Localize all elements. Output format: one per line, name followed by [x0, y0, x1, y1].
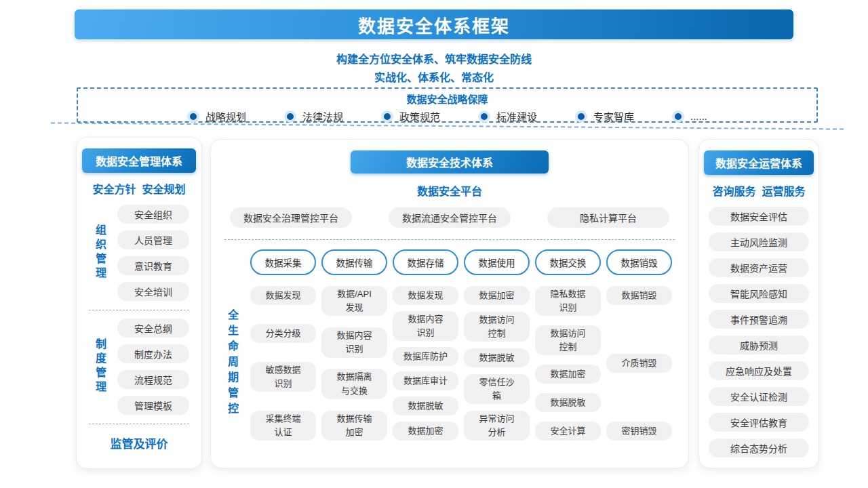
tool-pill: 数据库防护 — [393, 347, 458, 366]
tool-pill: 数据加密 — [464, 286, 530, 305]
strategy-item: 专家智库 — [575, 109, 634, 123]
operations-item: 智能风险感知 — [709, 284, 809, 303]
platform-pill: 隐私计算平台 — [547, 207, 669, 228]
tool-pill: 敏感数据 识别 — [250, 362, 316, 392]
platform-title: 数据安全平台 — [211, 182, 688, 199]
management-item: 制度办法 — [117, 344, 189, 363]
group-vertical-label: 组织管理 — [92, 224, 108, 281]
strategy-item: 战略规划 — [187, 109, 246, 123]
tool-pill: 数据/API 发现 — [321, 286, 387, 316]
strategy-item-label: ...... — [690, 110, 707, 122]
stage-tools-collection: 数据发现 分类分级 敏感数据 识别 采集终端 认证 — [250, 286, 316, 441]
strategy-item: ...... — [672, 110, 707, 123]
tool-pill: 数据脱敏 — [393, 396, 458, 415]
management-item: 安全总纲 — [117, 319, 189, 338]
strategy-item: 政策规范 — [381, 109, 440, 123]
management-panel: 数据安全管理体系 安全方针 安全规划 组织管理 安全组织 人员管理 意识教育 安… — [76, 137, 202, 469]
tool-pill: 介质销毁 — [606, 354, 672, 373]
strategy-item-label: 专家智库 — [593, 109, 634, 123]
stage-pill-exchange: 数据交换 — [535, 249, 601, 275]
subtitle-line-1: 构建全方位安全体系、筑牢数据安全防线 — [0, 50, 868, 66]
dashed-divider — [224, 239, 675, 240]
tool-pill: 隐私数据 识别 — [535, 286, 601, 316]
tool-pill: 安全计算 — [535, 422, 601, 441]
platform-pill: 数据流通安全管控平台 — [389, 207, 511, 228]
technology-panel: 数据安全技术体系 数据安全平台 数据安全治理管控平台 数据流通安全管控平台 隐私… — [210, 139, 689, 468]
operations-pill-list: 数据安全评估 主动风险监测 数据资产运营 智能风险感知 事件预警追溯 威胁预测 … — [699, 199, 818, 458]
tool-pill: 数据加密 — [393, 422, 458, 441]
management-item: 流程规范 — [117, 370, 189, 389]
tool-pill: 数据发现 — [393, 286, 458, 305]
bullet-icon — [381, 110, 393, 123]
management-item: 意识教育 — [117, 256, 189, 275]
group-pill-list: 安全总纲 制度办法 流程规范 管理模板 — [108, 319, 201, 415]
tool-pill: 数据销毁 — [606, 286, 672, 305]
strategy-item-label: 战略规划 — [205, 109, 246, 123]
operations-item: 综合态势分析 — [709, 439, 809, 458]
management-group-policy: 制度管理 安全总纲 制度办法 流程规范 管理模板 — [77, 319, 201, 415]
management-item: 安全培训 — [117, 282, 189, 301]
strategy-items: 战略规划 法律法规 政策规范 标准建设 专家智库 ...... — [78, 109, 816, 123]
dashed-divider — [89, 310, 189, 310]
platform-pill: 数据安全治理管控平台 — [230, 207, 352, 228]
management-group-organization: 组织管理 安全组织 人员管理 意识教育 安全培训 — [77, 205, 201, 301]
tool-pill: 数据隔离 与交换 — [321, 369, 387, 399]
strategy-item: 法律法规 — [284, 109, 343, 123]
operations-item: 数据安全评估 — [709, 207, 809, 226]
group-vertical-label: 制度管理 — [92, 338, 108, 395]
tool-pill: 数据库审计 — [393, 371, 458, 390]
stage-row-spacer — [219, 249, 245, 275]
tool-pill: 密钥销毁 — [606, 422, 672, 441]
bullet-icon — [672, 110, 684, 123]
tool-pill: 采集终端 认证 — [250, 411, 316, 441]
lifecycle-tools-row: 全生命周期管控 数据发现 分类分级 敏感数据 识别 采集终端 认证 数据/API… — [211, 286, 688, 441]
subtitle-line-2: 实战化、体系化、常态化 — [0, 68, 868, 85]
stage-pill-collection: 数据采集 — [250, 249, 316, 275]
operations-item: 应急响应及处置 — [709, 361, 809, 380]
operations-item: 事件预警追溯 — [709, 310, 809, 329]
operations-item: 威胁预测 — [709, 336, 809, 354]
stage-pill-storage: 数据存储 — [393, 249, 458, 275]
stage-tools-storage: 数据发现 数据内容 识别 数据库防护 数据库审计 数据脱敏 数据加密 — [393, 286, 458, 441]
management-item: 安全组织 — [117, 205, 189, 224]
tool-pill: 分类分级 — [250, 324, 316, 343]
group-pill-list: 安全组织 人员管理 意识教育 安全培训 — [108, 205, 201, 301]
lifecycle-vertical-label: 全生命周期管控 — [224, 309, 240, 418]
strategy-item-label: 政策规范 — [399, 109, 440, 123]
lifecycle-stage-row: 数据采集 数据传输 数据存储 数据使用 数据交换 数据销毁 — [211, 249, 688, 275]
stage-pill-usage: 数据使用 — [464, 249, 530, 275]
tool-pill: 数据加密 — [535, 365, 601, 384]
platform-list: 数据安全治理管控平台 数据流通安全管控平台 隐私计算平台 — [230, 207, 669, 228]
stage-tools-usage: 数据加密 数据访问 控制 数据脱敏 零信任沙 箱 异常访问 分析 — [464, 286, 530, 441]
operations-panel-header: 数据安全运营体系 — [704, 150, 814, 175]
page-title-banner: 数据安全体系框架 — [75, 9, 793, 39]
strategy-title: 数据安全战略保障 — [78, 92, 816, 106]
operations-item: 安全认证检测 — [709, 387, 809, 406]
slide-canvas: 数据安全体系框架 构建全方位安全体系、筑牢数据安全防线 实战化、体系化、常态化 … — [0, 0, 868, 488]
tool-pill: 数据脱敏 — [535, 393, 601, 412]
tool-pill: 数据内容 识别 — [393, 311, 458, 341]
bullet-icon — [478, 110, 490, 123]
stage-pill-transfer: 数据传输 — [321, 249, 387, 275]
strategy-box: 数据安全战略保障 战略规划 法律法规 政策规范 标准建设 专家智库 — [77, 87, 818, 123]
operations-item: 主动风险监测 — [709, 232, 809, 251]
stage-tools-destruction: 数据销毁 介质销毁 密钥销毁 — [606, 286, 672, 441]
strategy-item-label: 法律法规 — [302, 109, 343, 123]
strategy-item: 标准建设 — [478, 109, 537, 123]
page-title: 数据安全体系框架 — [358, 12, 510, 37]
tool-pill: 异常访问 分析 — [464, 411, 530, 441]
operations-item: 安全评估教育 — [709, 413, 809, 432]
tool-pill: 数据脱敏 — [464, 348, 530, 367]
stage-tools-exchange: 隐私数据 识别 数据访问 控制 数据加密 数据脱敏 安全计算 — [535, 286, 601, 441]
management-item: 人员管理 — [117, 230, 189, 249]
technology-panel-header: 数据安全技术体系 — [351, 150, 549, 174]
management-footer-label: 监管及评价 — [77, 434, 201, 451]
stage-tools-transfer: 数据/API 发现 数据内容 识别 数据隔离 与交换 数据传输 加密 — [321, 286, 387, 441]
bullet-icon — [187, 110, 199, 123]
tool-pill: 数据传输 加密 — [321, 411, 387, 441]
management-subtitle: 安全方针 安全规划 — [77, 180, 201, 197]
stage-pill-destruction: 数据销毁 — [606, 249, 672, 275]
tool-pill: 数据访问 控制 — [464, 312, 530, 342]
strategy-item-label: 标准建设 — [496, 109, 537, 123]
tool-pill: 数据内容 识别 — [321, 327, 387, 357]
